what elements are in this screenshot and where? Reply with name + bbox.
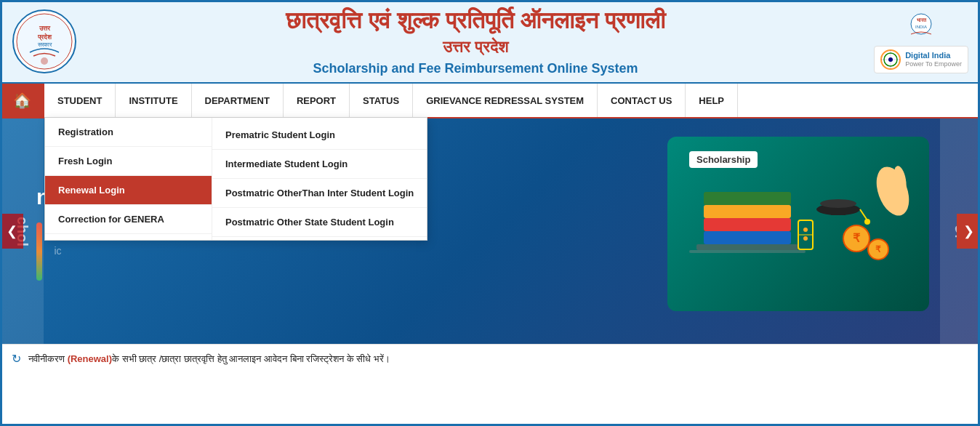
ticker-text: नवीनीकरण (Renewal)के सभी छात्र /छात्रा छ… — [28, 353, 390, 365]
svg-rect-18 — [704, 192, 791, 205]
header-subtitle-hindi: उत्तर प्रदेश — [77, 36, 874, 59]
header-title-english: Scholarship and Fee Reimbursement Online… — [77, 61, 874, 76]
dropdown-renewal-login[interactable]: Renewal Login — [45, 176, 212, 205]
dropdown-right-panel: Prematric Student Login Intermediate Stu… — [212, 118, 427, 240]
nav-contact[interactable]: CONTACT US — [598, 84, 686, 117]
svg-point-23 — [820, 199, 856, 208]
dropdown-registration[interactable]: Registration — [45, 118, 212, 147]
svg-point-5 — [41, 57, 48, 65]
svg-text:भारत: भारत — [917, 17, 927, 23]
svg-rect-16 — [704, 218, 791, 231]
digital-india-icon — [880, 49, 901, 70]
dropdown-fresh-login[interactable]: Fresh Login — [45, 147, 212, 176]
dropdown-postmatric-other[interactable]: Postmatric OtherThan Inter Student Login — [212, 179, 427, 208]
nav-grievance[interactable]: GRIEVANCE REDRESSAL SYSTEM — [413, 84, 598, 117]
svg-rect-15 — [704, 231, 791, 244]
svg-point-25 — [864, 219, 870, 225]
dropdown-left-panel: Registration Fresh Login Renewal Login C… — [45, 118, 212, 240]
svg-rect-19 — [696, 244, 798, 250]
dropdown-postmatric-state[interactable]: Postmatric Other State Student Login — [212, 208, 427, 237]
header-title-hindi: छात्रवृत्ति एवं शुल्क प्रतिपूर्ति ऑनलाइन… — [77, 6, 874, 36]
nav-report[interactable]: REPORT — [284, 84, 350, 117]
student-dropdown: Registration Fresh Login Renewal Login C… — [44, 117, 427, 241]
svg-line-24 — [860, 209, 867, 220]
svg-point-35 — [803, 228, 808, 232]
dropdown-correction[interactable]: Correction for GENERA — [45, 205, 212, 234]
svg-text:INDIA: INDIA — [915, 25, 927, 29]
ticker-icon: ↻ — [12, 352, 21, 366]
digital-india-text: Digital India Power To Empower — [905, 51, 962, 68]
scholarship-illustration: ₹ ₹ — [682, 151, 915, 297]
svg-rect-20 — [689, 250, 806, 253]
svg-text:उत्तर: उत्तर — [39, 25, 51, 32]
site-header: उत्तर प्रदेश सरकार छात्रवृत्ति एवं शुल्क… — [0, 0, 980, 84]
nav-help[interactable]: HELP — [686, 84, 738, 117]
nav-home-button[interactable]: 🏠 — [0, 84, 44, 117]
dropdown-intermediate[interactable]: Intermediate Student Login — [212, 150, 427, 179]
svg-rect-17 — [704, 205, 791, 218]
header-title-area: छात्रवृत्ति एवं शुल्क प्रतिपूर्ति ऑनलाइन… — [77, 6, 874, 76]
nav-status[interactable]: STATUS — [350, 84, 413, 117]
header-right-logos: भारत INDIA Digital India Power To Empowe… — [874, 9, 968, 73]
ticker-bar: ↻ नवीनीकरण (Renewal)के सभी छात्र /छात्रा… — [0, 344, 980, 373]
svg-text:प्रदेश: प्रदेश — [37, 33, 52, 41]
nav-institute[interactable]: INSTITUTE — [116, 84, 191, 117]
digital-india-badge: Digital India Power To Empower — [874, 46, 968, 73]
svg-point-30 — [870, 163, 915, 220]
svg-text:₹: ₹ — [853, 232, 861, 244]
scholarship-card: Scholarship — [667, 137, 929, 311]
site-logo: उत्तर प्रदेश सरकार — [12, 9, 77, 74]
svg-text:₹: ₹ — [875, 244, 881, 254]
svg-text:सरकार: सरकार — [37, 41, 52, 48]
main-nav: 🏠 STUDENT Registration Fresh Login Renew… — [0, 84, 980, 118]
nav-department[interactable]: DEPARTMENT — [192, 84, 284, 117]
gov-emblem-icon: भारत INDIA — [892, 9, 950, 41]
hero-prev-button[interactable]: ❮ — [0, 214, 23, 249]
svg-point-34 — [803, 236, 808, 241]
scholarship-label: Scholarship — [689, 151, 758, 168]
hero-scholarship-image: Scholarship — [667, 137, 944, 326]
dropdown-prematric[interactable]: Prematric Student Login — [212, 121, 427, 150]
nav-student[interactable]: STUDENT Registration Fresh Login Renewal… — [44, 84, 116, 117]
hero-next-button[interactable]: ❯ — [957, 214, 980, 249]
